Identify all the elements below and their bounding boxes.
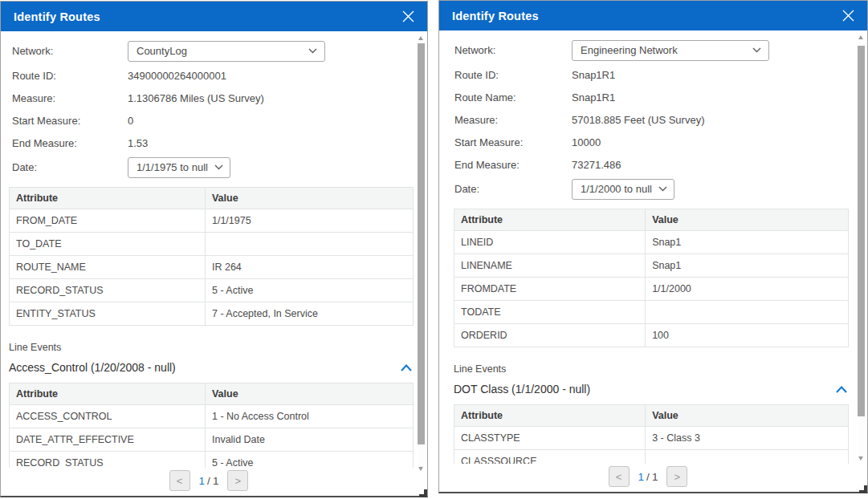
value-cell bbox=[205, 233, 413, 256]
attribute-cell: LINEID bbox=[454, 231, 646, 254]
end-measure-value: 73271.486 bbox=[572, 159, 621, 171]
scroll-up-arrow-icon[interactable] bbox=[418, 36, 423, 40]
table-row: ENTITY_STATUS7 - Accepted, In Service bbox=[10, 302, 414, 326]
scroll-up-arrow-icon[interactable] bbox=[858, 35, 863, 39]
measure-field: Measure: 57018.885 Feet (US Survey) bbox=[454, 108, 849, 131]
line-event-section-header: DOT Class (1/1/2000 - null) bbox=[454, 380, 849, 398]
scrollbar-thumb[interactable] bbox=[858, 46, 865, 416]
value-cell: 1/1/1975 bbox=[205, 209, 413, 233]
vertical-scrollbar[interactable] bbox=[858, 34, 865, 461]
line-event-section-header: Access_Control (1/20/2008 - null) bbox=[9, 359, 414, 376]
chevron-down-icon bbox=[658, 186, 667, 192]
chevron-up-icon[interactable] bbox=[834, 383, 849, 395]
close-icon[interactable] bbox=[840, 8, 856, 24]
pagination: < 1/1 > bbox=[439, 464, 857, 489]
value-cell: Snap1 bbox=[646, 254, 849, 278]
start-measure-value: 10000 bbox=[572, 136, 601, 148]
network-label: Network: bbox=[12, 45, 128, 57]
resize-grip[interactable] bbox=[859, 485, 867, 493]
chevron-down-icon bbox=[214, 164, 223, 170]
value-cell bbox=[646, 301, 849, 324]
measure-field: Measure: 1.1306786 Miles (US Survey) bbox=[12, 87, 414, 109]
measure-value: 1.1306786 Miles (US Survey) bbox=[128, 92, 264, 104]
date-field: Date: 1/1/2000 to null bbox=[454, 176, 849, 202]
value-cell: 5 - Active bbox=[205, 279, 413, 302]
attribute-cell: ORDERID bbox=[454, 324, 646, 347]
table-row: TODATE bbox=[454, 301, 849, 324]
attribute-table: Attribute Value LINEIDSnap1 LINENAMESnap… bbox=[454, 209, 849, 347]
identify-routes-window-left: Identify Routes Network: CountyLog Route… bbox=[0, 1, 428, 497]
previous-page-button[interactable]: < bbox=[169, 470, 190, 491]
value-cell: 1/1/2000 bbox=[646, 278, 849, 301]
vertical-scrollbar[interactable] bbox=[418, 35, 425, 472]
page-indicator: 1/1 bbox=[199, 475, 219, 487]
table-row: DATE_ATTR_EFFECTIVEInvalid Date bbox=[10, 428, 414, 452]
value-cell: Invalid Date bbox=[205, 428, 413, 452]
date-field: Date: 1/1/1975 to null bbox=[12, 154, 414, 181]
network-label: Network: bbox=[454, 44, 572, 56]
end-measure-value: 1.53 bbox=[128, 137, 148, 149]
network-select[interactable]: Engineering Network bbox=[572, 40, 769, 61]
attribute-cell: ENTITY_STATUS bbox=[10, 302, 206, 326]
scrollbar-thumb[interactable] bbox=[418, 43, 425, 444]
window-titlebar: Identify Routes bbox=[439, 1, 867, 30]
table-header-row: Attribute Value bbox=[10, 188, 414, 209]
page-indicator: 1/1 bbox=[638, 471, 658, 483]
window-title: Identify Routes bbox=[452, 10, 539, 22]
chevron-down-icon bbox=[308, 48, 317, 54]
route-id-field: Route ID: 34900000264000001 bbox=[12, 64, 414, 87]
next-page-button[interactable]: > bbox=[227, 470, 248, 491]
attribute-cell: CLASSTYPE bbox=[454, 427, 646, 450]
measure-value: 57018.885 Feet (US Survey) bbox=[572, 114, 704, 126]
close-icon[interactable] bbox=[400, 9, 416, 25]
panel-content: Network: Engineering Network Route ID: S… bbox=[439, 30, 867, 473]
start-measure-field: Start Measure: 10000 bbox=[454, 131, 849, 153]
table-header-row: Attribute Value bbox=[454, 209, 849, 231]
end-measure-field: End Measure: 1.53 bbox=[12, 132, 414, 154]
attribute-cell: FROM_DATE bbox=[10, 209, 206, 233]
start-measure-value: 0 bbox=[128, 115, 133, 127]
date-select[interactable]: 1/1/1975 to null bbox=[128, 157, 230, 178]
table-row: FROMDATE1/1/2000 bbox=[454, 278, 849, 301]
date-label: Date: bbox=[454, 183, 572, 195]
date-select[interactable]: 1/1/2000 to null bbox=[572, 179, 674, 200]
scroll-down-arrow-icon[interactable] bbox=[858, 456, 863, 460]
table-row: RECORD_STATUS5 - Active bbox=[10, 279, 414, 302]
value-cell: 100 bbox=[646, 324, 849, 347]
table-header-row: Attribute Value bbox=[10, 383, 414, 405]
value-cell: 1 - No Access Control bbox=[205, 405, 413, 428]
previous-page-button[interactable]: < bbox=[609, 466, 630, 487]
attribute-cell: TODATE bbox=[454, 301, 646, 324]
table-row: LINENAMESnap1 bbox=[454, 254, 849, 278]
identify-routes-window-right: Identify Routes Network: Engineering Net… bbox=[438, 0, 868, 493]
line-event-title: Access_Control (1/20/2008 - null) bbox=[9, 361, 176, 374]
attribute-cell: DATE_ATTR_EFFECTIVE bbox=[10, 428, 206, 452]
route-name-field: Route Name: Snap1R1 bbox=[454, 86, 849, 108]
value-cell: IR 264 bbox=[205, 256, 413, 279]
resize-grip[interactable] bbox=[419, 489, 427, 497]
line-event-title: DOT Class (1/1/2000 - null) bbox=[454, 383, 590, 396]
attribute-table: Attribute Value FROM_DATE1/1/1975 TO_DAT… bbox=[9, 187, 414, 326]
chevron-up-icon[interactable] bbox=[399, 362, 414, 373]
value-cell: Snap1 bbox=[646, 231, 849, 254]
table-row: TO_DATE bbox=[10, 233, 414, 256]
line-event-table: Attribute Value ACCESS_CONTROL1 - No Acc… bbox=[9, 383, 414, 475]
panel-content: Network: CountyLog Route ID: 34900000264… bbox=[1, 31, 427, 475]
table-row: CLASSTYPE3 - Class 3 bbox=[454, 427, 849, 450]
network-select[interactable]: CountyLog bbox=[128, 41, 325, 62]
date-label: Date: bbox=[12, 161, 128, 173]
attribute-cell: ROUTE_NAME bbox=[10, 256, 206, 279]
table-row: ACCESS_CONTROL1 - No Access Control bbox=[10, 405, 414, 428]
table-row: FROM_DATE1/1/1975 bbox=[10, 209, 414, 233]
route-id-value: Snap1R1 bbox=[572, 69, 615, 81]
route-id-value: 34900000264000001 bbox=[128, 70, 226, 82]
value-cell: 3 - Class 3 bbox=[646, 427, 849, 450]
attribute-cell: ACCESS_CONTROL bbox=[10, 405, 206, 428]
pagination: < 1/1 > bbox=[1, 468, 417, 493]
end-measure-field: End Measure: 73271.486 bbox=[454, 153, 849, 176]
table-row: ORDERID100 bbox=[454, 324, 849, 347]
scroll-down-arrow-icon[interactable] bbox=[418, 467, 423, 471]
network-field: Network: CountyLog bbox=[12, 38, 414, 64]
chevron-down-icon bbox=[752, 47, 761, 53]
next-page-button[interactable]: > bbox=[666, 466, 687, 487]
